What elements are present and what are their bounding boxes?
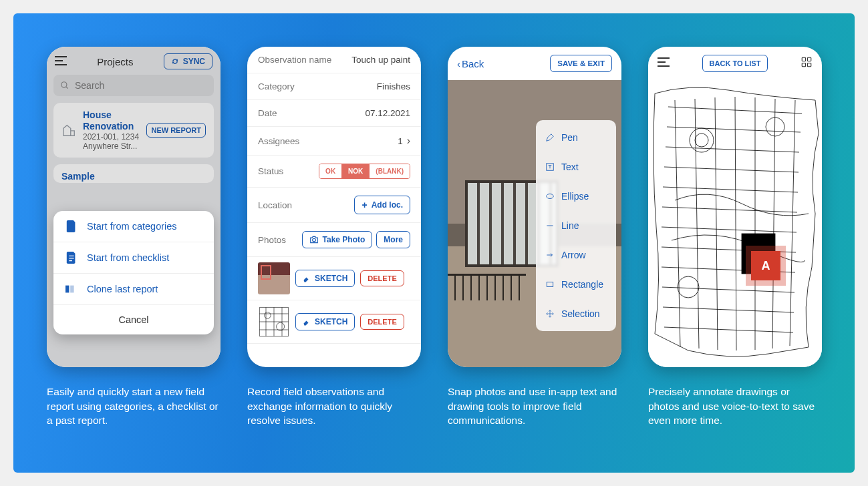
feature-col-4: BACK TO LIST A [648,47,822,446]
field-label: Photos [258,235,286,245]
field-label: Location [258,200,292,210]
tools-panel: Pen Text Ellipse Line Arrow Rectangle Se… [536,120,616,331]
assignees-value[interactable]: 1 [398,135,410,147]
field-label: Assignees [258,136,299,146]
chevron-left-icon: ‹ [457,58,460,69]
photo-railing [448,274,526,300]
annotation-marker[interactable]: A [751,251,780,280]
tool-rectangle[interactable]: Rectangle [536,270,616,299]
feature-caption: Easily and quickly start a new field rep… [47,385,221,428]
save-exit-button[interactable]: SAVE & EXIT [550,55,612,72]
drawing-canvas[interactable]: A [648,80,822,367]
back-to-list-button[interactable]: BACK TO LIST [702,55,768,72]
sheet-item-clone[interactable]: Clone last report [53,274,214,305]
add-location-button[interactable]: +Add loc. [354,196,410,214]
photo-row: SKETCH DELETE [247,257,421,300]
svg-point-15 [695,134,708,147]
photo-row: SKETCH DELETE [247,300,421,344]
svg-rect-2 [70,286,74,293]
svg-rect-10 [807,57,811,61]
status-blank[interactable]: (BLANK) [369,164,410,178]
back-button[interactable]: ‹ Back [457,58,484,69]
tool-selection[interactable]: Selection [536,299,616,328]
tool-text[interactable]: Text [536,152,616,182]
delete-button[interactable]: DELETE [360,314,404,330]
photo-thumbnail[interactable] [258,306,290,338]
status-ok[interactable]: OK [319,164,341,178]
svg-point-3 [312,238,315,242]
eraser-icon [303,318,311,326]
field-value[interactable]: 07.12.2021 [365,108,410,118]
sheet-item-categories[interactable]: Start from categories [53,211,214,242]
field-label: Date [258,108,277,118]
svg-point-14 [690,128,714,152]
feature-col-1: Projects SYNC Search House Renovation [47,47,221,446]
svg-rect-9 [802,57,805,61]
pen-icon [545,133,555,142]
field-value[interactable]: Touch up paint [351,55,410,65]
sheet-item-checklist[interactable]: Start from checklist [53,242,214,274]
svg-rect-8 [547,282,553,287]
phone-screen-drawing: BACK TO LIST A [648,47,822,367]
feature-caption: Record field observations and exchange i… [247,385,421,428]
feature-caption: Snap photos and use in-app text and draw… [448,385,621,428]
copy-icon [65,283,78,295]
ellipse-icon [545,192,555,201]
delete-button[interactable]: DELETE [360,270,404,286]
svg-rect-11 [802,63,805,67]
field-label: Category [258,81,295,91]
sheet-cancel[interactable]: Cancel [53,305,214,334]
menu-icon[interactable] [658,57,670,69]
take-photo-button[interactable]: Take Photo [302,231,373,248]
sketch-button[interactable]: SKETCH [295,313,355,330]
svg-rect-12 [807,63,811,67]
tool-ellipse[interactable]: Ellipse [536,182,616,211]
svg-rect-1 [65,286,69,293]
action-sheet: Start from categories Start from checkli… [53,211,214,334]
svg-point-17 [678,276,699,298]
feature-col-2: Observation nameTouch up paint CategoryF… [247,47,421,446]
field-value[interactable]: Finishes [377,81,410,91]
tool-line[interactable]: Line [536,211,616,240]
svg-point-5 [277,322,285,330]
phone-screen-observation: Observation nameTouch up paint CategoryF… [247,47,421,367]
more-button[interactable]: More [376,231,410,248]
text-icon [545,162,555,172]
feature-showcase: Projects SYNC Search House Renovation [13,13,855,473]
svg-point-4 [265,312,271,319]
tool-arrow[interactable]: Arrow [536,240,616,270]
photo-canvas[interactable]: Pen Text Ellipse Line Arrow Rectangle Se… [448,80,621,367]
status-nok[interactable]: NOK [341,164,369,178]
phone-screen-annotate: ‹ Back SAVE & EXIT Pen Text Ellipse Line… [448,47,621,367]
rectangle-icon [545,280,555,289]
arrow-icon [545,250,555,260]
status-segmented[interactable]: OK NOK (BLANK) [319,164,410,179]
grid-view-icon[interactable] [801,56,813,71]
field-label: Status [258,166,283,176]
sketch-button[interactable]: SKETCH [295,270,355,287]
phone-screen-projects: Projects SYNC Search House Renovation [47,47,221,367]
feature-caption: Precisely annotate drawings or photos an… [648,385,822,428]
photo-thumbnail[interactable] [258,262,290,294]
file-icon [65,220,78,232]
feature-col-3: ‹ Back SAVE & EXIT Pen Text Ellipse Line… [448,47,621,446]
checklist-icon [65,252,78,264]
tool-pen[interactable]: Pen [536,123,616,152]
svg-point-7 [547,194,554,199]
camera-icon [309,236,319,244]
eraser-icon [303,274,311,282]
field-label: Observation name [258,55,331,65]
line-icon [545,221,555,230]
move-icon [545,309,555,318]
